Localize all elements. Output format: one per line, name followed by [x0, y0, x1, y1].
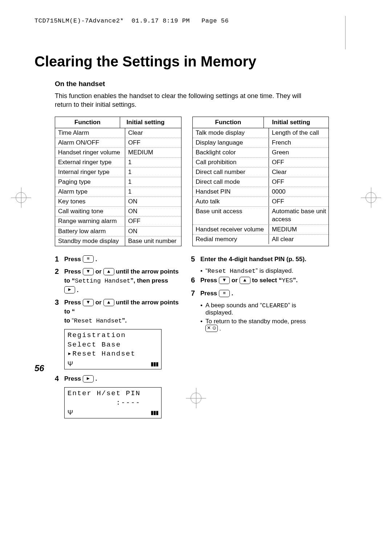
step-1: 1 Press ≡ .	[55, 255, 180, 264]
settings-table-left: Function Initial setting Time AlarmClear…	[55, 117, 181, 246]
col-function: Function	[55, 117, 120, 128]
text: to select “	[252, 277, 282, 284]
step-4: 4 Press ► .	[55, 374, 180, 384]
lcd-screen-1: Registration Select Base ▸Reset Handset …	[64, 329, 162, 369]
text: Press	[64, 299, 83, 306]
table-row: Time AlarmClear	[55, 128, 181, 138]
up-key-icon: ▲	[103, 268, 114, 275]
table-row: Base unit accessAutomatic base unit acce…	[193, 207, 328, 224]
right-key-icon: ►	[64, 286, 75, 293]
intro-text: This function enables the handset to cle…	[55, 92, 320, 109]
text: Reset Handset	[208, 268, 256, 275]
table-row: Call prohibitionOFF	[193, 158, 328, 167]
menu-key-icon: ≡	[83, 255, 94, 263]
lcd-line: Registration	[68, 331, 158, 340]
col-function: Function	[193, 117, 264, 128]
lcd-line: Enter H/set PIN	[68, 389, 158, 398]
table-row: Alarm type1	[55, 187, 181, 197]
menu-key-icon: ≡	[219, 290, 230, 297]
table-row: Alarm ON/OFFOFF	[55, 138, 181, 148]
lcd-line: ▸Reset Handset	[68, 349, 158, 359]
table-row: Call waiting toneON	[55, 207, 181, 216]
text: .	[77, 287, 79, 293]
end-key-icon: ✕ ⊙	[205, 325, 218, 332]
registration-mark-icon	[186, 388, 206, 408]
text: CLEARED	[262, 302, 288, 309]
text: ”.	[122, 317, 127, 324]
text: ”, then press	[130, 277, 168, 284]
step-7-bullet-1: • A beep sounds and “CLEARED” is display…	[200, 302, 316, 316]
antenna-icon: Ψ	[68, 360, 74, 368]
text: .	[232, 290, 233, 297]
table-row: Internal ringer type1	[55, 167, 181, 177]
up-key-icon: ▲	[103, 299, 114, 306]
table-row: External ringer type1	[55, 158, 181, 167]
settings-table-right: Function Initial setting Talk mode displ…	[192, 117, 329, 246]
table-row: Direct call numberClear	[193, 167, 328, 177]
crop-mark	[345, 16, 346, 49]
text: Press	[64, 256, 83, 263]
table-row: Display languageFrench	[193, 138, 328, 148]
table-row: Direct call modeOFF	[193, 177, 328, 187]
text: or	[232, 277, 240, 284]
text: .	[218, 325, 221, 332]
table-row: Talk mode displayLength of the call	[193, 128, 328, 138]
text: To return to the standby mode, press	[205, 318, 306, 325]
lcd-screen-2: Enter H/set PIN :---- Ψ ▮▮▮	[64, 387, 162, 418]
table-row: Handset receiver volumeMEDIUM	[193, 225, 328, 235]
text: Press	[200, 290, 219, 297]
col-initial: Initial setting	[264, 117, 318, 128]
down-key-icon: ▼	[219, 277, 230, 284]
step-6: 6 Press ▼ or ▲ to select “YES”.	[191, 276, 316, 285]
table-row: Battery low alarmON	[55, 227, 181, 236]
registration-mark-icon	[361, 187, 381, 208]
target-text: Reset Handset	[74, 317, 122, 324]
text: Enter the 4-digit handset PIN (p. 55).	[200, 256, 306, 263]
text: ”.	[293, 277, 298, 284]
text: or	[95, 299, 103, 306]
steps-left: 1 Press ≡ . 2 Press ▼ or ▲ until the arr…	[55, 255, 180, 424]
up-key-icon: ▲	[240, 277, 250, 284]
text: A beep sounds and “	[205, 302, 262, 309]
steps-right: 5 Enter the 4-digit handset PIN (p. 55).…	[191, 255, 316, 424]
down-key-icon: ▼	[83, 268, 94, 275]
page-title: Clearing the Settings in Memory	[34, 53, 358, 70]
step-5-bullet: • “Reset Handset” is displayed.	[200, 267, 316, 275]
step-7-bullet-2: • To return to the standby mode, press ✕…	[200, 318, 316, 333]
step-5: 5 Enter the 4-digit handset PIN (p. 55).	[191, 255, 316, 264]
table-row: Standby mode displayBase unit number	[55, 236, 181, 246]
step-3: 3 Press ▼ or ▲ until the arrow points to…	[55, 298, 180, 325]
table-row: Key tonesON	[55, 197, 181, 207]
step-7: 7 Press ≡ .	[191, 289, 316, 298]
table-row: Handset ringer volumeMEDIUM	[55, 148, 181, 158]
table-row: Redial memoryAll clear	[193, 235, 328, 244]
section-heading: On the handset	[55, 80, 358, 88]
table-row: Paging type1	[55, 177, 181, 187]
battery-icon: ▮▮▮	[151, 409, 158, 416]
col-initial: Initial setting	[120, 117, 171, 128]
right-key-icon: ►	[83, 375, 94, 382]
print-header: TCD715NLM(E)-7Advance2* 01.9.17 8:19 PM …	[34, 17, 358, 24]
battery-icon: ▮▮▮	[151, 360, 158, 368]
table-row: Range warning alarmOFF	[55, 216, 181, 226]
text: Press	[200, 277, 219, 284]
target-text: Setting Handset	[75, 278, 130, 284]
registration-mark-icon	[11, 187, 31, 208]
text: .	[95, 256, 97, 263]
text: .	[95, 375, 97, 382]
lcd-line: Select Base	[68, 340, 158, 350]
target-text: YES	[282, 277, 293, 284]
table-row: Handset PIN0000	[193, 187, 328, 197]
step-2: 2 Press ▼ or ▲ until the arrow points to…	[55, 267, 180, 295]
antenna-icon: Ψ	[68, 408, 74, 417]
page-number: 56	[34, 363, 44, 373]
text: ” is displayed.	[256, 267, 293, 274]
text: or	[95, 268, 103, 275]
table-row: Auto talkOFF	[193, 197, 328, 207]
down-key-icon: ▼	[83, 299, 94, 306]
text: Press	[64, 375, 83, 382]
table-row: Backlight colorGreen	[193, 148, 328, 158]
lcd-line: :----	[68, 398, 158, 408]
settings-tables: Function Initial setting Time AlarmClear…	[55, 117, 358, 246]
text: Press	[64, 268, 83, 275]
